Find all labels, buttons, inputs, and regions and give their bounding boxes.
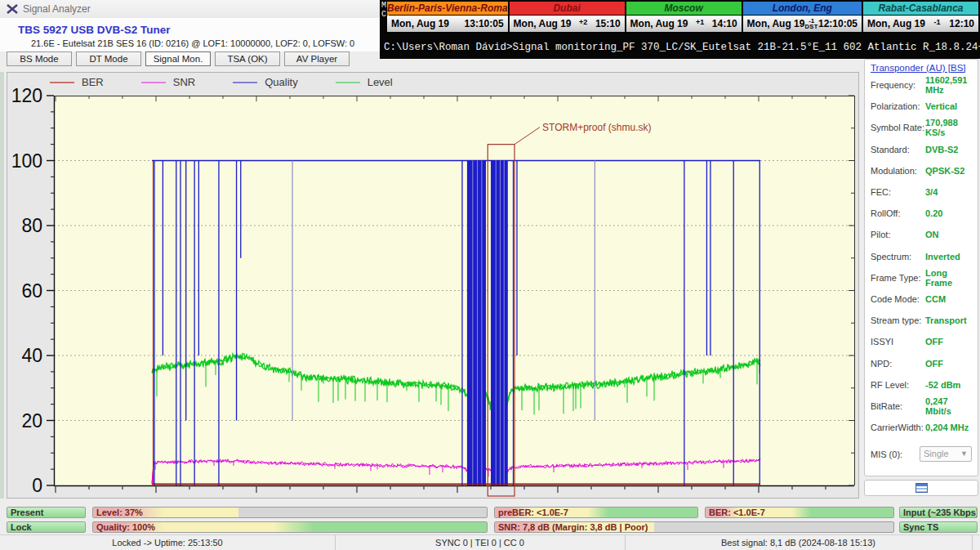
tab-dt-mode[interactable]: DT Mode [76, 51, 141, 66]
console-command-line: C:\Users\Roman Dávid>Signal monitoring_P… [384, 42, 980, 53]
clock-berlin-paris-vienna-roma: Berlin-Paris-Vienna-RomaMon, Aug 1913:10… [387, 2, 508, 32]
row-value: -52 dBm [925, 380, 960, 390]
mode-tabs: BS ModeDT ModeSignal Mon.TSA (OK)AV Play… [7, 51, 350, 67]
y-tick-label-40: 40 [21, 345, 42, 366]
mis-dropdown[interactable]: Single ▼ [920, 446, 972, 462]
quality-bar: Quality: 100% [92, 521, 488, 533]
status-bar: Locked -> Uptime: 25:13:50SYNC 0 | TEI 0… [0, 534, 980, 550]
input-bar: Input (~235 Kbps) [899, 507, 978, 518]
statusbar-sync: SYNC 0 | TEI 0 | CC 0 [335, 535, 626, 550]
transponder-row-rf-level-: RF Level:-52 dBm [871, 374, 972, 396]
clock-time: 12:10 [949, 18, 974, 29]
tab-tsa-ok-[interactable]: TSA (OK) [215, 51, 280, 66]
quality-dropout-cluster [491, 161, 508, 486]
transponder-panel-title: Transponder (AU) [BS] [871, 63, 972, 73]
transponder-row-modulation-: Modulation:QPSK-S2 [871, 160, 972, 181]
level-bar: Level: 37% [92, 507, 488, 518]
row-label: RF Level: [871, 380, 925, 390]
clock-city: Berlin-Paris-Vienna-Roma [387, 2, 508, 15]
row-value: 0.20 [925, 208, 942, 218]
clock-time: 13:10:05 [465, 18, 504, 29]
clock-city: Moscow [626, 2, 742, 15]
transponder-row-stream-type-: Stream type:Transport [871, 310, 972, 331]
preber-bar-label: preBER: <1.0E-7 [498, 508, 568, 517]
row-value: DVB-S2 [925, 145, 958, 154]
row-value: 0,247 Mbit/s [925, 396, 972, 416]
row-label: Pilot: [871, 230, 925, 239]
clock-rabat-casablanca: Rabat-CasablancaMon, Aug 19-112:10 [863, 2, 978, 32]
quality-dropout-cluster [467, 161, 486, 486]
clock-time-row: Mon, Aug 19+215:10 [510, 16, 625, 32]
row-label: Modulation: [871, 166, 925, 176]
row-label: CarrierWidth: [871, 423, 925, 432]
export-table-button[interactable] [864, 480, 978, 496]
snr-bar: SNR: 7,8 dB (Margin: 3,8 dB | Poor) [494, 521, 894, 533]
present-bar: Present [7, 507, 86, 518]
statusbar-uptime: Locked -> Uptime: 25:13:50 [0, 535, 336, 550]
ber-bar-label: BER: <1.0E-7 [709, 508, 765, 517]
transponder-row-symbol-rate-: Symbol Rate:170,988 KS/s [871, 117, 972, 138]
clock-utc-offset: -1 [925, 18, 949, 29]
preber-bar: preBER: <1.0E-7 [494, 507, 698, 518]
clock-city: Dubai [510, 2, 625, 15]
row-label: Frequency: [871, 80, 925, 90]
row-value: Vertical [925, 101, 957, 111]
clock-console-overlay: M C( Berlin-Paris-Vienna-RomaMon, Aug 19… [380, 0, 980, 59]
transponder-row-carrierwidth-: CarrierWidth:0,204 MHz [871, 417, 972, 438]
y-tick-label-80: 80 [21, 215, 42, 236]
ber-bar: BER: <1.0E-7 [705, 507, 894, 518]
clock-utc-offset: +1 [688, 18, 711, 29]
row-label: RollOff: [871, 208, 925, 218]
present-bar-label: Present [11, 508, 43, 517]
quality-bar-label: Quality: 100% [96, 522, 155, 532]
row-value: OFF [925, 359, 943, 369]
world-clocks: Berlin-Paris-Vienna-RomaMon, Aug 1913:10… [387, 2, 978, 32]
window-title: Signal Analyzer [23, 3, 91, 15]
clock-time-row: Mon, Aug 19+114:10 [626, 16, 742, 32]
signal-analyzer-window: Signal Analyzer TBS 5927 USB DVB-S2 Tune… [0, 0, 980, 550]
transponder-row-rolloff-: RollOff:0.20 [871, 203, 972, 224]
transponder-rows: Frequency:11602,591 MHzPolarization:Vert… [871, 74, 972, 438]
clock-time: 12:10:05 [818, 18, 858, 29]
transponder-row-standard-: Standard:DVB-S2 [871, 139, 972, 160]
snr-bar-label: SNR: 7,8 dB (Margin: 3,8 dB | Poor) [498, 522, 648, 532]
row-label: ISSYI [871, 337, 925, 347]
y-tick-label-100: 100 [11, 150, 42, 172]
signal-chart: 020406080100120STORM+proof (shmu.sk) [7, 73, 858, 498]
clock-city: Rabat-Casablanca [863, 2, 978, 15]
tab-bs-mode[interactable]: BS Mode [7, 51, 72, 66]
window-left-edge [0, 72, 4, 499]
y-tick-label-120: 120 [11, 85, 42, 106]
row-value: 0,204 MHz [925, 423, 969, 432]
clock-london-eng: London, EngMon, Aug 19-1DST12:10:05 [743, 2, 862, 32]
row-value: Transport [925, 315, 967, 325]
row-value: 170,988 KS/s [925, 118, 972, 137]
row-value: 3/4 [925, 187, 938, 197]
row-label: Frame Type: [871, 273, 925, 283]
transponder-row-polarization-: Polarization:Vertical [871, 96, 972, 117]
transponder-row-frequency-: Frequency:11602,591 MHz [871, 74, 972, 96]
row-value: CCM [925, 294, 946, 304]
row-value: ON [925, 230, 939, 239]
row-value: QPSK-S2 [925, 166, 964, 176]
clock-city: London, Eng [743, 2, 862, 15]
row-label: NPD: [871, 359, 925, 369]
row-value: OFF [925, 337, 943, 347]
lock-bar-label: Lock [11, 522, 32, 532]
row-label: Standard: [871, 145, 925, 154]
clock-time-row: Mon, Aug 1913:10:05 [387, 16, 508, 32]
clock-time-row: Mon, Aug 19-112:10 [863, 16, 978, 32]
transponder-row-spectrum-: Spectrum:Inverted [871, 246, 972, 267]
transponder-row-issyi: ISSYIOFF [871, 331, 972, 352]
table-icon [915, 483, 928, 493]
clock-time-row: Mon, Aug 19-1DST12:10:05 [743, 16, 862, 32]
transponder-panel: Transponder (AU) [BS] Frequency:11602,59… [864, 59, 978, 476]
row-value: Inverted [925, 252, 960, 262]
tab-signal-mon-[interactable]: Signal Mon. [145, 51, 211, 66]
clock-time: 14:10 [712, 18, 737, 29]
clock-date: Mon, Aug 19 [514, 18, 572, 29]
storm-annotation-text: STORM+proof (shmu.sk) [542, 122, 651, 133]
tab-av-player[interactable]: AV Player [284, 51, 350, 66]
row-value: 11602,591 MHz [925, 75, 972, 95]
lock-bar: Lock [7, 521, 86, 533]
